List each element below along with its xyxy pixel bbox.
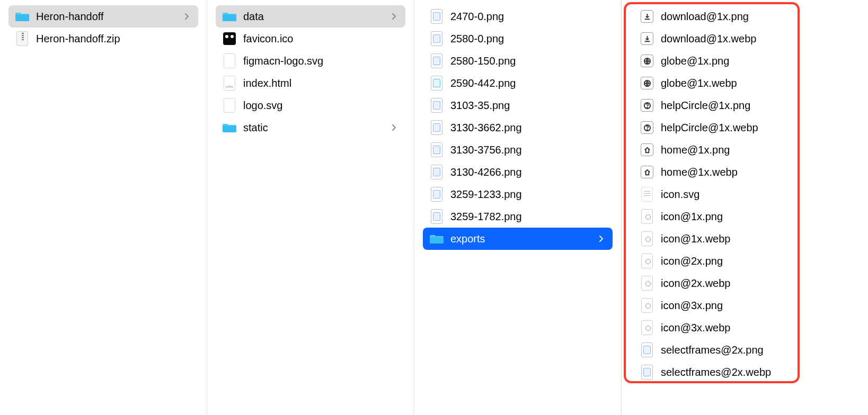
file-name-label: figmacn-logo.svg: [243, 55, 398, 67]
img-icon: [429, 120, 444, 135]
text-icon: [640, 187, 654, 202]
glyph-download-icon: [640, 31, 654, 46]
file-row[interactable]: icon@1x.webp: [633, 228, 853, 250]
file-row[interactable]: Heron-handoff.zip: [8, 28, 198, 50]
img-icon: [640, 342, 654, 357]
file-name-label: home@1x.webp: [661, 166, 846, 178]
img-icon: [429, 98, 444, 113]
chevron-right-icon: [391, 124, 398, 131]
file-row[interactable]: 3130-4266.png: [423, 161, 613, 183]
fav-icon: [222, 31, 237, 46]
file-row[interactable]: icon@2x.webp: [633, 272, 853, 294]
finder-column-3[interactable]: download@1x.pngdownload@1x.webpglobe@1x.…: [622, 0, 868, 415]
file-name-label: icon@3x.png: [661, 300, 846, 312]
file-row[interactable]: 3130-3662.png: [423, 116, 613, 139]
img-icon: [429, 165, 444, 179]
file-name-label: download@1x.webp: [661, 33, 846, 45]
svg-point-3: [647, 107, 648, 107]
svg-point-5: [647, 129, 648, 130]
file-row[interactable]: 3103-35.png: [423, 94, 613, 116]
file-name-label: selectframes@2x.webp: [661, 366, 846, 378]
tiny-icon: [640, 231, 654, 246]
file-row[interactable]: 2580-150.png: [423, 50, 613, 72]
glyph-download-icon: [640, 9, 654, 24]
file-name-label: index.html: [243, 77, 398, 89]
file-name-label: home@1x.png: [661, 144, 846, 156]
file-row[interactable]: Heron-handoff: [8, 5, 198, 28]
file-row[interactable]: download@1x.webp: [633, 28, 853, 50]
file-row[interactable]: favicon.ico: [216, 28, 405, 50]
chevron-right-icon: [183, 13, 191, 20]
file-row[interactable]: static: [216, 116, 405, 139]
file-name-label: icon@1x.webp: [661, 233, 846, 245]
glyph-globe-icon: [640, 53, 654, 68]
glyph-globe-icon: [640, 76, 654, 91]
file-row[interactable]: icon.svg: [633, 183, 853, 205]
file-row[interactable]: 2470-0.png: [423, 5, 613, 28]
finder-column-0[interactable]: Heron-handoffHeron-handoff.zip: [0, 0, 207, 415]
file-name-label: download@1x.png: [661, 11, 846, 23]
file-row[interactable]: logo.svg: [216, 94, 405, 116]
file-row[interactable]: selectframes@2x.webp: [633, 361, 853, 383]
file-name-label: logo.svg: [243, 100, 398, 112]
file-name-label: globe@1x.png: [661, 55, 846, 67]
file-row[interactable]: 2590-442.png: [423, 72, 613, 94]
file-name-label: Heron-handoff: [36, 11, 183, 23]
img-icon: [429, 209, 444, 224]
chevron-right-icon: [391, 13, 398, 20]
file-row[interactable]: 3259-1233.png: [423, 183, 613, 205]
tiny-icon: [640, 276, 654, 291]
img-icon: [429, 31, 444, 46]
file-row[interactable]: download@1x.png: [633, 5, 853, 28]
file-name-label: exports: [450, 233, 598, 245]
file-row[interactable]: home@1x.png: [633, 139, 853, 161]
file-row[interactable]: index.html: [216, 72, 405, 94]
file-name-label: icon@2x.webp: [661, 277, 846, 290]
file-row[interactable]: figmacn-logo.svg: [216, 50, 405, 72]
chevron-right-icon: [598, 236, 605, 242]
file-name-label: icon@1x.png: [661, 211, 846, 223]
glyph-help-icon: [640, 98, 654, 113]
file-name-label: icon@3x.webp: [661, 322, 846, 334]
folder-icon: [15, 9, 30, 24]
file-row[interactable]: selectframes@2x.png: [633, 339, 853, 361]
blank-icon: [222, 98, 237, 113]
file-name-label: data: [243, 11, 391, 23]
blank-icon: [222, 53, 237, 68]
file-row[interactable]: 3130-3756.png: [423, 139, 613, 161]
tiny-icon: [640, 320, 654, 335]
file-name-label: 3103-35.png: [450, 100, 605, 112]
glyph-help-icon: [640, 120, 654, 135]
file-row[interactable]: globe@1x.webp: [633, 72, 853, 94]
tiny-icon: [640, 254, 654, 268]
file-row[interactable]: globe@1x.png: [633, 50, 853, 72]
file-row[interactable]: icon@3x.png: [633, 294, 853, 317]
file-name-label: favicon.ico: [243, 33, 398, 45]
file-name-label: 3130-4266.png: [450, 166, 605, 178]
file-row[interactable]: helpCircle@1x.webp: [633, 116, 853, 139]
file-row[interactable]: icon@2x.png: [633, 250, 853, 272]
file-name-label: Heron-handoff.zip: [36, 33, 191, 45]
glyph-home-icon: [640, 165, 654, 179]
file-row[interactable]: 3259-1782.png: [423, 205, 613, 228]
file-row[interactable]: home@1x.webp: [633, 161, 853, 183]
file-row[interactable]: icon@1x.png: [633, 205, 853, 228]
file-row[interactable]: exports: [423, 228, 613, 250]
file-row[interactable]: data: [216, 5, 405, 28]
folder-icon: [222, 9, 237, 24]
tiny-icon: [640, 298, 654, 313]
img-icon: [640, 365, 654, 380]
zip-icon: [15, 31, 30, 46]
file-name-label: helpCircle@1x.png: [661, 100, 846, 112]
file-name-label: icon.svg: [661, 188, 846, 201]
tiny-icon: [640, 209, 654, 224]
file-name-label: 3259-1233.png: [450, 188, 605, 201]
finder-column-2[interactable]: 2470-0.png2580-0.png2580-150.png2590-442…: [414, 0, 622, 415]
glyph-home-icon: [640, 142, 654, 157]
file-name-label: globe@1x.webp: [661, 77, 846, 89]
folder-icon: [222, 120, 237, 135]
file-row[interactable]: 2580-0.png: [423, 28, 613, 50]
file-row[interactable]: helpCircle@1x.png: [633, 94, 853, 116]
finder-column-1[interactable]: datafavicon.icofigmacn-logo.svgindex.htm…: [207, 0, 414, 415]
file-row[interactable]: icon@3x.webp: [633, 317, 853, 339]
